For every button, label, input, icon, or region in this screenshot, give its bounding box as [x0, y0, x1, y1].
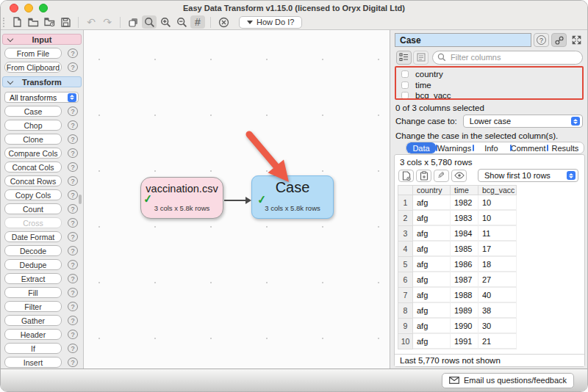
transform-button[interactable]: Chop — [4, 120, 62, 131]
column-checkbox[interactable] — [401, 70, 409, 78]
flow-canvas[interactable]: vaccination.csv ✓ 3 cols x 5.8k rows Cas… — [85, 30, 391, 369]
transform-button[interactable]: Dedupe — [4, 259, 62, 270]
tab[interactable]: Info — [473, 142, 509, 153]
tab[interactable]: Warnings — [436, 142, 473, 153]
help-circle-icon[interactable] — [68, 106, 78, 116]
column-header[interactable]: bcg_vacc — [478, 185, 517, 195]
input-source-button[interactable]: From Clipboard — [4, 62, 62, 73]
link-panel-button[interactable] — [551, 33, 567, 47]
help-circle-icon[interactable] — [68, 62, 78, 72]
open-recent-button[interactable] — [42, 15, 57, 29]
show-rows-select[interactable]: Show first 10 rows — [478, 169, 578, 182]
paste-data-button[interactable] — [416, 170, 431, 182]
toolbar-drag-handle[interactable] — [3, 18, 5, 27]
transform-button[interactable]: Clone — [4, 134, 62, 145]
transform-button[interactable]: Extract — [4, 273, 62, 284]
transform-button[interactable]: Insert — [4, 357, 62, 368]
help-circle-icon[interactable] — [68, 204, 78, 214]
undo-button[interactable]: ↶ — [84, 15, 98, 29]
zoom-in-button[interactable] — [158, 15, 173, 29]
transform-button[interactable]: Fill — [4, 287, 62, 298]
help-circle-icon[interactable] — [68, 120, 78, 130]
help-circle-icon[interactable] — [68, 344, 78, 353]
help-circle-icon[interactable] — [68, 288, 78, 297]
help-circle-icon[interactable] — [68, 246, 78, 255]
email-feedback-button[interactable]: Email us questions/feedback — [442, 373, 574, 388]
tab[interactable]: Results — [547, 142, 584, 153]
help-circle-icon[interactable] — [68, 232, 78, 242]
change-case-select[interactable]: Lower case — [463, 115, 583, 128]
help-circle-icon[interactable] — [68, 357, 78, 367]
expand-panel-button[interactable] — [569, 33, 584, 47]
redo-button[interactable]: ↷ — [100, 15, 115, 29]
help-circle-icon[interactable] — [68, 260, 78, 269]
transform-button[interactable]: Case — [4, 106, 62, 117]
table-row[interactable]: 6 afg 1987 27 — [398, 272, 517, 288]
filter-columns-input[interactable] — [449, 52, 578, 62]
column-checkbox[interactable] — [401, 81, 409, 89]
zoom-tool-button[interactable] — [142, 15, 157, 29]
zoom-out-button[interactable] — [174, 15, 189, 29]
edit-data-button[interactable]: ✎ — [434, 170, 449, 182]
help-circle-icon[interactable] — [68, 330, 78, 339]
help-circle-icon[interactable] — [68, 176, 78, 186]
transform-button[interactable]: Count — [4, 203, 62, 214]
help-circle-icon[interactable] — [68, 190, 78, 200]
duplicate-button[interactable] — [126, 15, 140, 29]
select-all-columns-button[interactable] — [396, 51, 412, 65]
transform-button[interactable]: Gather — [4, 315, 62, 326]
sidebar-scrollbar-thumb[interactable] — [79, 195, 82, 204]
cancel-button[interactable] — [216, 15, 231, 29]
input-section-header[interactable]: Input — [2, 34, 82, 45]
transform-button[interactable]: Filter — [4, 301, 62, 312]
table-row[interactable]: 10 afg 1991 21 — [398, 334, 517, 349]
save-button[interactable] — [58, 15, 73, 29]
table-row[interactable]: 3 afg 1984 11 — [398, 226, 517, 242]
column-header[interactable]: time — [451, 185, 478, 195]
tab[interactable]: Comment — [510, 142, 547, 153]
transform-button[interactable]: Concat Rows — [4, 175, 62, 186]
transform-button[interactable]: Cross — [4, 217, 62, 228]
transform-section-header[interactable]: Transform — [2, 76, 82, 87]
transform-button[interactable]: If — [4, 343, 62, 354]
column-checkbox[interactable] — [401, 92, 409, 99]
table-row[interactable]: 9 afg 1990 30 — [398, 319, 517, 334]
help-circle-icon[interactable] — [68, 274, 78, 283]
help-circle-icon[interactable] — [68, 48, 78, 58]
help-circle-icon[interactable] — [68, 302, 78, 311]
table-row[interactable]: 2 afg 1983 10 — [398, 211, 517, 226]
new-project-button[interactable] — [10, 15, 24, 29]
tab[interactable]: Data — [406, 142, 436, 153]
open-project-button[interactable] — [26, 15, 40, 29]
table-row[interactable]: 4 afg 1985 17 — [398, 242, 517, 257]
input-node-vaccination[interactable]: vaccination.csv ✓ 3 cols x 5.8k rows — [140, 177, 223, 219]
transform-button[interactable]: Date Format — [4, 231, 62, 242]
deselect-all-columns-button[interactable] — [413, 51, 429, 65]
table-row[interactable]: 5 afg 1986 18 — [398, 257, 517, 272]
transform-filter-select[interactable]: All transforms — [4, 92, 79, 103]
transform-button[interactable]: Concat Cols — [4, 161, 62, 173]
preview-data-button[interactable] — [451, 170, 467, 182]
help-circle-icon[interactable] — [68, 162, 78, 172]
help-circle-icon[interactable] — [68, 134, 78, 144]
table-row[interactable]: 8 afg 1989 38 — [398, 303, 517, 319]
column-header[interactable]: country — [413, 185, 451, 195]
transform-button[interactable]: Compare Cols — [4, 148, 62, 159]
input-source-button[interactable]: From File — [4, 48, 62, 59]
transform-button[interactable]: Header — [4, 329, 62, 340]
how-do-i-button[interactable]: How Do I? — [239, 16, 302, 29]
column-name: bcg_vacc — [415, 91, 451, 100]
transform-button[interactable]: Copy Cols — [4, 189, 62, 200]
help-circle-icon[interactable] — [68, 218, 78, 228]
help-circle-icon[interactable] — [68, 316, 78, 325]
table-row[interactable]: 1 afg 1982 10 — [398, 195, 517, 211]
filter-columns-search[interactable] — [432, 51, 583, 65]
transform-button[interactable]: Decode — [4, 245, 62, 256]
node-name-field[interactable]: Case — [395, 33, 531, 47]
help-circle-icon[interactable] — [68, 148, 78, 158]
status-bar: Email us questions/feedback — [1, 369, 587, 391]
toggle-grid-button[interactable]: # — [190, 15, 205, 29]
table-row[interactable]: 7 afg 1988 40 — [398, 288, 517, 303]
help-button[interactable] — [534, 33, 549, 47]
copy-data-button[interactable] — [398, 170, 414, 182]
